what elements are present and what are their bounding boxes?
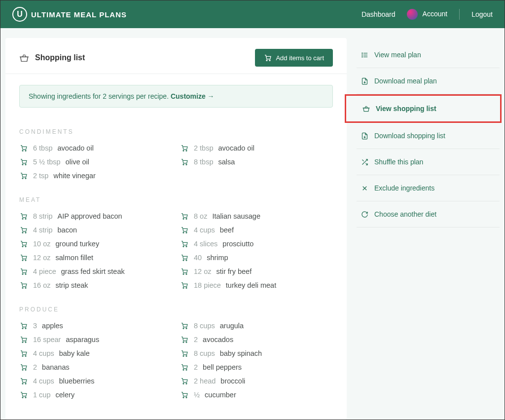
nav-dashboard[interactable]: Dashboard xyxy=(361,10,396,18)
svg-point-19 xyxy=(25,260,26,261)
app-header: U ULTIMATE MEAL PLANS Dashboard Account … xyxy=(0,0,505,28)
customize-link[interactable]: Customize → xyxy=(171,92,215,100)
ingredient-item[interactable]: 2 avocados xyxy=(180,333,333,346)
ingredients-list: CONDIMENTS6 tbsp avocado oil5 ½ tbsp oli… xyxy=(5,111,347,407)
ingredient-item[interactable]: 2 bell peppers xyxy=(180,360,333,374)
ingredient-item[interactable]: 4 cups beef xyxy=(180,223,333,237)
ingredient-qty: 10 oz xyxy=(33,240,50,248)
section-title: MEAT xyxy=(19,196,333,203)
sidebar-item-exclude-ingredients[interactable]: Exclude ingredients xyxy=(357,175,500,201)
svg-point-40 xyxy=(22,355,23,356)
ingredient-item[interactable]: 2 head broccoli xyxy=(180,374,333,388)
ingredient-item[interactable]: ½ cucumber xyxy=(180,388,333,402)
svg-point-41 xyxy=(25,355,26,356)
svg-point-50 xyxy=(183,342,184,343)
ingredient-item[interactable]: 8 strip AIP approved bacon xyxy=(19,209,172,223)
ingredient-item[interactable]: 2 tbsp avocado oil xyxy=(180,141,333,155)
sidebar-item-download-meal-plan[interactable]: Download meal plan xyxy=(357,68,500,94)
nav-logout[interactable]: Logout xyxy=(471,10,493,18)
cart-icon xyxy=(180,226,189,234)
cart-icon xyxy=(180,144,189,152)
ingredient-name: baby kale xyxy=(59,349,90,357)
ingredient-item[interactable]: 40 shrimp xyxy=(180,251,333,265)
svg-point-45 xyxy=(25,383,26,384)
ingredient-name: avocado oil xyxy=(58,144,94,152)
ingredient-qty: 8 cups xyxy=(194,349,215,357)
ingredient-item[interactable]: 6 tbsp avocado oil xyxy=(19,141,172,155)
brand-logo[interactable]: U ULTIMATE MEAL PLANS xyxy=(12,7,127,22)
sidebar-item-shuffle-this-plan[interactable]: Shuffle this plan xyxy=(357,149,500,175)
ingredient-item[interactable]: 8 oz Italian sausage xyxy=(180,209,333,223)
brand-name: ULTIMATE MEAL PLANS xyxy=(31,10,127,19)
ingredient-qty: 2 tbsp xyxy=(194,144,214,152)
ingredient-qty: 12 oz xyxy=(33,254,50,262)
sidebar-item-choose-another-diet[interactable]: Choose another diet xyxy=(357,201,500,228)
sidebar-item-view-shopping-list[interactable]: View shopping list xyxy=(358,96,498,121)
ingredient-qty: 4 cups xyxy=(33,349,54,357)
sidebar-item-download-shopping-list[interactable]: Download shopping list xyxy=(357,123,500,149)
ingredient-item[interactable]: 12 oz stir fry beef xyxy=(180,265,333,278)
ingredient-qty: 4 cups xyxy=(33,377,54,385)
svg-point-65 xyxy=(361,56,362,57)
cart-icon xyxy=(19,349,28,357)
ingredient-qty: 2 xyxy=(194,363,198,371)
ingredient-item[interactable]: 4 cups baby kale xyxy=(19,346,172,360)
cart-icon xyxy=(180,281,189,289)
ingredient-item[interactable]: 4 slices prosciutto xyxy=(180,237,333,251)
svg-point-39 xyxy=(25,342,26,343)
ingredient-item[interactable]: 2 tsp white vinegar xyxy=(19,169,172,183)
ingredient-name: broccoli xyxy=(220,377,245,385)
ingredient-name: turkey deli meat xyxy=(226,281,276,289)
cart-icon xyxy=(19,363,28,371)
cart-icon xyxy=(19,377,28,385)
shuffle-icon xyxy=(361,158,368,166)
ingredient-item[interactable]: 1 cup celery xyxy=(19,388,172,402)
ingredient-item[interactable]: 2 bananas xyxy=(19,360,172,374)
ingredient-qty: 12 oz xyxy=(194,267,211,275)
svg-point-7 xyxy=(25,178,26,179)
ingredient-item[interactable]: 4 strip bacon xyxy=(19,223,172,237)
ingredient-item[interactable]: 16 oz strip steak xyxy=(19,278,172,292)
svg-point-31 xyxy=(186,260,187,261)
ingredient-qty: ½ xyxy=(194,391,200,399)
ingredient-item[interactable]: 10 oz ground turkey xyxy=(19,237,172,251)
ingredient-name: shrimp xyxy=(207,254,228,262)
download-icon xyxy=(361,132,368,140)
svg-point-25 xyxy=(186,218,187,219)
ingredient-item[interactable]: 4 piece grass fed skirt steak xyxy=(19,265,172,278)
page-title: Shopping list xyxy=(35,53,85,62)
ingredient-name: cucumber xyxy=(205,391,236,399)
svg-point-51 xyxy=(186,342,187,343)
ingredient-item[interactable]: 5 ½ tbsp olive oil xyxy=(19,155,172,169)
ingredient-name: AIP approved bacon xyxy=(58,212,122,220)
ingredient-qty: 2 xyxy=(33,363,37,371)
svg-line-68 xyxy=(362,159,363,161)
download-icon xyxy=(361,77,368,85)
ingredient-item[interactable]: 8 tbsp salsa xyxy=(180,155,333,169)
cart-icon xyxy=(19,281,28,289)
ingredient-qty: 2 head xyxy=(194,377,216,385)
add-items-button[interactable]: Add items to cart xyxy=(255,49,333,67)
sidebar-item-label: View shopping list xyxy=(376,105,436,113)
logo-mark-icon: U xyxy=(12,7,27,22)
ingredient-name: olive oil xyxy=(66,158,89,166)
ingredient-qty: 5 ½ tbsp xyxy=(33,158,61,166)
sidebar-item-view-meal-plan[interactable]: View meal plan xyxy=(357,42,500,68)
svg-point-8 xyxy=(183,150,184,151)
ingredient-item[interactable]: 4 cups blueberries xyxy=(19,374,172,388)
shopping-list-card: Shopping list Add items to cart Showing … xyxy=(5,38,347,420)
ingredient-item[interactable]: 3 apples xyxy=(19,319,172,333)
ingredient-item[interactable]: 12 oz salmon fillet xyxy=(19,251,172,265)
svg-point-24 xyxy=(183,218,184,219)
ingredient-item[interactable]: 16 spear asparagus xyxy=(19,333,172,346)
nav-account[interactable]: Account xyxy=(407,9,447,20)
ingredient-name: prosciutto xyxy=(222,240,253,248)
svg-point-49 xyxy=(186,328,187,329)
svg-point-14 xyxy=(22,232,23,233)
cart-icon xyxy=(180,240,189,248)
ingredient-name: apples xyxy=(42,322,63,330)
ingredient-item[interactable]: 8 cups baby spinach xyxy=(180,346,333,360)
ingredient-item[interactable]: 8 cups arugula xyxy=(180,319,333,333)
basket-icon xyxy=(362,105,370,112)
ingredient-item[interactable]: 18 piece turkey deli meat xyxy=(180,278,333,292)
